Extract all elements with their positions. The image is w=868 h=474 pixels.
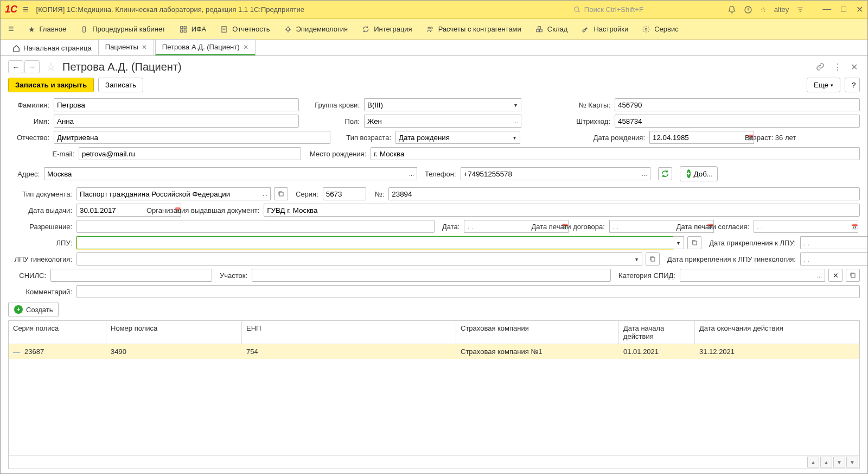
people-icon (426, 26, 434, 33)
page-down-icon[interactable]: ▼ (833, 457, 845, 467)
minimize-icon[interactable]: — (822, 4, 831, 15)
area-field[interactable] (252, 269, 611, 282)
email-field[interactable] (79, 147, 301, 160)
create-button[interactable]: + Создать (8, 302, 59, 317)
consent-print-date-field[interactable] (754, 220, 851, 233)
snils-field[interactable] (50, 269, 212, 282)
col-number[interactable]: Номер полиса (106, 321, 242, 344)
history-icon[interactable] (744, 5, 752, 14)
menu-settings[interactable]: Настройки (582, 25, 628, 33)
sex-field[interactable] (364, 115, 510, 128)
tab-close-icon[interactable]: ✕ (142, 43, 147, 51)
home-tab[interactable]: Начальная страница (6, 41, 98, 55)
star-icon[interactable]: ☆ (760, 5, 767, 14)
kebab-icon[interactable]: ⋮ (833, 62, 842, 72)
menu-service[interactable]: Сервис (642, 25, 679, 33)
menu-settlements[interactable]: Расчеты с контрагентами (426, 25, 521, 33)
comment-field[interactable] (76, 285, 860, 298)
open-button[interactable] (274, 187, 288, 200)
surname-field[interactable] (54, 98, 299, 111)
page-last-icon[interactable]: ▼ (846, 457, 858, 467)
main-hamburger-icon[interactable]: ≡ (23, 4, 29, 15)
address-field[interactable] (44, 167, 406, 180)
dropdown-icon[interactable]: ▾ (631, 252, 642, 266)
nav-forward-button[interactable]: → (24, 60, 40, 73)
menu-epidem[interactable]: Эпидемиология (284, 25, 348, 33)
calendar-icon[interactable]: 📅 (851, 220, 858, 233)
bell-icon[interactable] (727, 5, 736, 14)
dropdown-icon[interactable]: ▾ (673, 236, 684, 249)
lpugyn-date-field[interactable] (800, 252, 867, 266)
lpugyn-field[interactable] (76, 252, 631, 266)
add-phone-button[interactable]: +Доб... (680, 166, 718, 181)
col-company[interactable]: Страховая компания (456, 321, 619, 344)
save-button[interactable]: Записать (98, 78, 143, 92)
global-search[interactable]: Поиск Ctrl+Shift+F (570, 3, 717, 16)
agetype-field[interactable] (395, 131, 509, 144)
menu-ifa[interactable]: ИФА (180, 25, 207, 33)
menu-procedures[interactable]: Процедурный кабинет (80, 25, 165, 33)
page-up-icon[interactable]: ▲ (820, 457, 832, 467)
ellipsis-icon[interactable]: … (510, 115, 521, 128)
refresh-button[interactable] (658, 167, 672, 180)
lpu-date-field[interactable] (800, 236, 867, 249)
doctype-field[interactable] (76, 187, 260, 200)
birthplace-field[interactable] (371, 147, 860, 160)
panel-close-icon[interactable]: ✕ (851, 62, 858, 72)
ellipsis-icon[interactable]: … (406, 167, 417, 180)
barcode-field[interactable] (615, 115, 860, 128)
label-permission: Разрешение: (8, 223, 73, 231)
menu-main[interactable]: ★Главное (28, 25, 67, 34)
dob-field[interactable] (649, 131, 747, 144)
tab-close-icon[interactable]: ✕ (243, 43, 248, 51)
page-first-icon[interactable]: ▲ (807, 457, 819, 467)
name-field[interactable] (54, 115, 299, 128)
link-icon[interactable] (816, 62, 825, 71)
more-button[interactable]: Еще▾ (807, 78, 840, 92)
cardno-field[interactable] (615, 98, 860, 111)
col-start[interactable]: Дата начала действия (619, 321, 695, 344)
open-button[interactable] (846, 269, 860, 282)
plus-icon: + (687, 169, 691, 178)
label-barcode: Штрихкод: (541, 117, 611, 125)
table-pager: ▲ ▲ ▼ ▼ (9, 455, 859, 469)
series-field[interactable] (323, 187, 366, 200)
tab-patients[interactable]: Пациенты ✕ (98, 39, 154, 55)
clear-button[interactable]: ✕ (828, 269, 843, 282)
label-aids: Категория СПИД: (618, 271, 676, 280)
menu-burger-icon[interactable]: ≡ (8, 23, 14, 35)
ellipsis-icon[interactable]: … (814, 269, 825, 282)
aids-field[interactable] (680, 269, 814, 282)
col-enp[interactable]: ЕНП (242, 321, 456, 344)
dropdown-icon[interactable]: ▾ (509, 131, 520, 144)
permission-field[interactable] (76, 220, 435, 233)
svg-rect-22 (539, 29, 542, 32)
close-icon[interactable]: ✕ (856, 4, 863, 15)
col-end[interactable]: Дата окончания действия (695, 321, 859, 344)
issuer-field[interactable] (264, 204, 860, 217)
save-close-button[interactable]: Записать и закрыть (8, 78, 94, 92)
label-area: Участок: (220, 271, 248, 280)
blood-field[interactable] (364, 98, 510, 111)
menu-stock[interactable]: Склад (535, 25, 568, 33)
nav-back-button[interactable]: ← (8, 60, 23, 73)
dropdown-icon[interactable]: ▾ (510, 98, 521, 111)
patronymic-field[interactable] (54, 131, 330, 144)
open-button[interactable] (646, 252, 660, 266)
ellipsis-icon[interactable]: … (640, 167, 650, 180)
table-row[interactable]: —23687 3490 754 Страховая компания №1 01… (9, 344, 859, 359)
lpu-field[interactable] (76, 236, 673, 249)
ellipsis-icon[interactable]: … (260, 187, 271, 200)
menu-reports[interactable]: Отчетность (220, 25, 270, 33)
open-button[interactable] (687, 236, 701, 249)
maximize-icon[interactable]: □ (841, 4, 846, 15)
help-button[interactable]: ? (845, 78, 860, 92)
user-label[interactable]: altey (774, 5, 789, 14)
col-series[interactable]: Серия полиса (9, 321, 106, 344)
phone-field[interactable] (461, 167, 640, 180)
favorite-star-icon[interactable]: ☆ (46, 60, 56, 73)
tab-patient-card[interactable]: Петрова А.Д. (Пациент) ✕ (155, 39, 256, 55)
docnumber-field[interactable] (388, 187, 860, 200)
menu-integration[interactable]: Интеграция (362, 25, 412, 33)
filter-icon[interactable] (796, 6, 804, 14)
